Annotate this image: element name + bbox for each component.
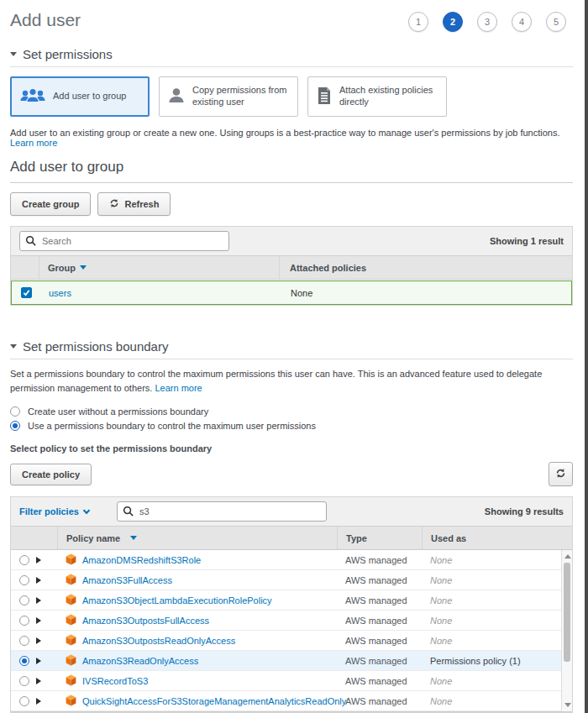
- group-search: [19, 231, 229, 251]
- card-label: Copy permissions from existing user: [192, 85, 290, 108]
- policy-table-row[interactable]: AmazonDMSRedshiftS3Role AWS managed None: [11, 550, 572, 570]
- policy-radio[interactable]: [19, 575, 29, 585]
- policy-results-count: Showing 9 results: [485, 506, 564, 516]
- radio-label: Create user without a permissions bounda…: [28, 406, 208, 417]
- card-attach-policies[interactable]: Attach existing policies directly: [307, 76, 447, 117]
- policy-table-row[interactable]: AmazonS3OutpostsReadOnlyAccess AWS manag…: [11, 631, 572, 651]
- collapse-caret-icon: [10, 52, 17, 56]
- policy-radio[interactable]: [19, 676, 29, 686]
- refresh-policies-button[interactable]: [549, 462, 573, 486]
- expand-caret-icon[interactable]: [36, 557, 41, 564]
- expand-caret-icon[interactable]: [36, 637, 41, 644]
- policy-type: AWS managed: [345, 575, 407, 585]
- policy-radio[interactable]: [19, 656, 29, 666]
- policy-used-as: None: [430, 616, 452, 626]
- policy-name-link[interactable]: QuickSightAccessForS3StorageManagementAn…: [82, 696, 346, 706]
- policy-table-row[interactable]: IVSRecordToS3 AWS managed None: [11, 671, 572, 691]
- expand-caret-icon[interactable]: [36, 597, 41, 604]
- dropdown-label: Filter policies: [19, 506, 79, 516]
- policy-name-link[interactable]: AmazonDMSRedshiftS3Role: [82, 555, 201, 565]
- permission-option-cards: Add user to group Copy permissions from …: [10, 76, 573, 117]
- search-icon: [25, 235, 36, 248]
- filter-policies-dropdown[interactable]: Filter policies: [19, 506, 89, 516]
- scrollbar[interactable]: [561, 550, 572, 711]
- policy-icon: [66, 695, 76, 708]
- chevron-down-icon: [83, 506, 90, 513]
- policy-radio[interactable]: [19, 636, 29, 646]
- policy-table-row[interactable]: AmazonS3ObjectLambdaExecutionRolePolicy …: [11, 590, 572, 611]
- card-add-user-to-group[interactable]: Add user to group: [10, 76, 150, 117]
- section-title: Set permissions boundary: [23, 339, 168, 354]
- step-5: 5: [546, 12, 566, 32]
- create-policy-button[interactable]: Create policy: [10, 464, 92, 485]
- policy-table-row[interactable]: AmazonS3FullAccess AWS managed None: [11, 570, 572, 590]
- policy-name-column-header[interactable]: Policy name: [57, 527, 337, 549]
- button-label: Create group: [22, 199, 79, 209]
- policy-name-link[interactable]: AmazonS3FullAccess: [82, 575, 172, 585]
- policy-used-as: None: [430, 595, 452, 606]
- group-icon: [19, 87, 46, 107]
- select-policy-label: Select policy to set the permissions bou…: [10, 443, 573, 453]
- policy-type: AWS managed: [345, 636, 407, 646]
- policy-name-link[interactable]: AmazonS3OutpostsReadOnlyAccess: [82, 636, 235, 646]
- expand-caret-icon[interactable]: [36, 577, 41, 584]
- radio-icon[interactable]: [10, 421, 20, 431]
- group-checkbox[interactable]: [21, 287, 32, 298]
- policy-radio[interactable]: [19, 595, 29, 606]
- policy-radio[interactable]: [19, 696, 29, 706]
- column-label: Attached policies: [290, 263, 366, 273]
- column-label: Policy name: [66, 533, 120, 543]
- group-name-link[interactable]: users: [49, 288, 71, 298]
- policy-icon: [66, 553, 76, 567]
- policy-name-link[interactable]: AmazonS3OutpostsFullAccess: [82, 616, 209, 626]
- radio-icon[interactable]: [10, 406, 20, 417]
- policy-radio[interactable]: [19, 616, 29, 626]
- policy-icon: [66, 614, 76, 627]
- policy-icon: [66, 594, 76, 607]
- policy-search-input[interactable]: [117, 501, 327, 522]
- refresh-button[interactable]: Refresh: [97, 192, 171, 216]
- policy-table-body: AmazonDMSRedshiftS3Role AWS managed None…: [11, 550, 572, 712]
- description-text: Set a permissions boundary to control th…: [10, 369, 542, 393]
- button-label: Refresh: [124, 199, 159, 209]
- policy-name-link[interactable]: AmazonS3ObjectLambdaExecutionRolePolicy: [82, 595, 272, 606]
- radio-without-boundary[interactable]: Create user without a permissions bounda…: [10, 406, 573, 417]
- policy-table-row[interactable]: AmazonS3ReadOnlyAccess AWS managed Permi…: [11, 651, 572, 671]
- scroll-down-icon[interactable]: [564, 703, 571, 707]
- sort-caret-icon: [130, 536, 137, 540]
- policy-table-row[interactable]: QuickSightAccessForS3StorageManagementAn…: [11, 691, 572, 711]
- scrollbar-thumb[interactable]: [564, 563, 570, 662]
- policy-type: AWS managed: [345, 696, 407, 706]
- expand-caret-icon[interactable]: [36, 617, 41, 624]
- divider: [10, 66, 573, 67]
- create-group-button[interactable]: Create group: [10, 192, 91, 216]
- group-table-body: users None: [11, 280, 572, 305]
- button-label: Create policy: [22, 469, 80, 480]
- section-set-permissions: Set permissions: [10, 47, 573, 61]
- expand-caret-icon[interactable]: [36, 678, 41, 684]
- step-1: 1: [408, 12, 428, 32]
- policy-used-as: None: [430, 575, 452, 585]
- section-title: Set permissions: [23, 47, 113, 61]
- column-label: Type: [346, 533, 367, 543]
- policy-name-link[interactable]: AmazonS3ReadOnlyAccess: [82, 656, 198, 666]
- group-column-header[interactable]: Group: [39, 256, 280, 279]
- learn-more-link[interactable]: Learn more: [10, 138, 57, 148]
- policy-table-row[interactable]: AmazonS3OutpostsFullAccess AWS managed N…: [11, 611, 572, 631]
- scroll-up-icon[interactable]: [564, 554, 571, 558]
- group-search-input[interactable]: [19, 231, 229, 251]
- card-copy-permissions[interactable]: Copy permissions from existing user: [159, 76, 298, 117]
- learn-more-link[interactable]: Learn more: [155, 383, 202, 393]
- expand-caret-icon[interactable]: [36, 658, 41, 664]
- sort-caret-icon: [80, 265, 87, 270]
- policy-radio[interactable]: [19, 555, 29, 565]
- radio-use-boundary[interactable]: Use a permissions boundary to control th…: [10, 421, 573, 431]
- expand-caret-icon[interactable]: [36, 698, 41, 705]
- step-3: 3: [477, 12, 497, 32]
- group-table-row[interactable]: users None: [11, 280, 572, 305]
- boundary-radio-group: Create user without a permissions bounda…: [10, 406, 573, 431]
- policy-used-as: None: [430, 555, 452, 565]
- policy-name-link[interactable]: IVSRecordToS3: [82, 676, 148, 686]
- expand-column: [36, 527, 57, 549]
- refresh-icon: [109, 198, 119, 210]
